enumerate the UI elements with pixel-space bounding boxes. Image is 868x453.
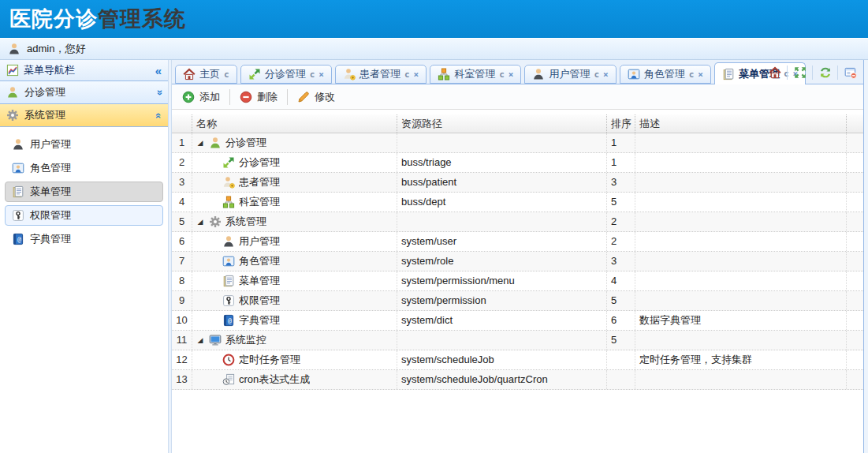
sidebar-item-menu-mgmt[interactable]: 菜单管理 — [5, 182, 163, 202]
sidebar-collapse-button[interactable]: « — [155, 65, 162, 77]
tab-label: 主页 — [199, 67, 220, 81]
row-order: 5 — [607, 331, 635, 350]
table-row[interactable]: 3 患者管理 buss/patient 3 — [172, 173, 863, 193]
tree-collapse-icon[interactable]: ◢ — [196, 219, 205, 226]
role-card-icon — [222, 255, 235, 268]
row-number: 1 — [172, 133, 192, 152]
accordion-header-system[interactable]: 系统管理 « — [0, 104, 168, 127]
sidebar-item-permission-mgmt[interactable]: 权限管理 — [5, 205, 163, 226]
tab-home[interactable]: 主页 c — [175, 65, 237, 84]
tab-patient[interactable]: 患者管理 c × — [335, 65, 427, 84]
table-row[interactable]: 7 角色管理 system/role 3 — [172, 252, 863, 271]
edit-button[interactable]: 修改 — [292, 88, 340, 107]
tab-role[interactable]: 角色管理 c × — [620, 65, 711, 84]
user-greeting: admin，您好 — [27, 42, 85, 56]
tab-refresh-icon[interactable]: c — [310, 69, 315, 80]
tab-close-icon[interactable]: × — [414, 69, 419, 80]
row-order: 2 — [607, 212, 635, 231]
tab-refresh-icon[interactable]: c — [404, 69, 410, 80]
table-row[interactable]: 2 分诊管理 buss/triage 1 — [172, 153, 863, 173]
document-icon — [12, 185, 24, 198]
tree-collapse-icon[interactable]: ◢ — [196, 140, 205, 147]
table-row[interactable]: 4 科室管理 buss/dept 5 — [172, 193, 863, 212]
table-row[interactable]: 9 权限管理 system/permission 5 — [172, 291, 863, 311]
sidebar-title: 菜单导航栏 — [24, 63, 75, 77]
tab-refresh-icon[interactable]: c — [499, 69, 505, 80]
table-row[interactable]: 5 ◢ 系统管理 2 — [172, 212, 863, 232]
row-path: system/scheduleJob/quartzCron — [397, 370, 607, 389]
tab-close-icon[interactable]: × — [509, 69, 514, 80]
row-name: 角色管理 — [239, 252, 280, 271]
column-header-desc[interactable]: 描述 — [635, 114, 847, 133]
tab-refresh-icon[interactable]: c — [689, 69, 695, 80]
delete-button-label: 删除 — [257, 90, 278, 104]
dictionary-book-icon — [222, 314, 235, 327]
sidebar-item-dict-mgmt[interactable]: 字典管理 — [5, 229, 163, 249]
tab-close-icon[interactable]: × — [698, 69, 703, 80]
row-filler — [847, 331, 863, 350]
row-desc — [635, 331, 847, 350]
cron-script-icon — [222, 373, 235, 386]
grid-toolbar: 添加 删除 修改 — [172, 84, 863, 110]
tab-user[interactable]: 用户管理 c × — [524, 65, 616, 84]
add-button[interactable]: 添加 — [177, 88, 225, 107]
refresh-tab-button[interactable] — [814, 62, 836, 82]
sidebar-item-user-mgmt[interactable]: 用户管理 — [5, 134, 163, 155]
row-order: 1 — [607, 153, 635, 172]
accordion-header-triage[interactable]: 分诊管理 « — [0, 81, 168, 104]
tab-close-icon[interactable]: × — [319, 69, 324, 80]
triage-arrows-icon — [222, 156, 235, 169]
table-row[interactable]: 11 ◢ 系统监控 5 — [172, 331, 863, 350]
home-icon — [769, 66, 781, 79]
fullscreen-button[interactable] — [789, 62, 810, 82]
sidebar-item-label: 字典管理 — [30, 232, 71, 246]
table-row[interactable]: 13 cron表达式生成 system/scheduleJob/quartzCr… — [172, 370, 863, 390]
column-header-path[interactable]: 资源路径 — [397, 114, 607, 133]
close-all-tabs-button[interactable] — [840, 62, 861, 82]
table-row[interactable]: 1 ◢ 分诊管理 1 — [172, 133, 863, 153]
role-card-icon — [628, 68, 640, 80]
table-row[interactable]: 6 用户管理 system/user 2 — [172, 232, 863, 252]
row-filler — [847, 350, 863, 369]
row-path — [397, 133, 607, 152]
row-number: 10 — [172, 311, 192, 330]
tab-label: 患者管理 — [359, 67, 400, 81]
sidebar-item-label: 用户管理 — [30, 137, 71, 152]
add-icon — [182, 91, 195, 103]
sidebar-item-role-mgmt[interactable]: 角色管理 — [5, 158, 163, 178]
table-row[interactable]: 10 字典管理 system/dict 6 数据字典管理 — [172, 311, 863, 331]
row-name: 权限管理 — [239, 291, 280, 310]
toolbar-separator — [287, 89, 288, 105]
tab-toolbar — [764, 62, 861, 82]
sidebar-header: 菜单导航栏 « — [0, 60, 168, 81]
column-header-name[interactable]: 名称 — [192, 114, 397, 133]
monitor-icon — [209, 334, 222, 346]
tree-collapse-icon[interactable]: ◢ — [196, 337, 205, 344]
home-icon — [183, 68, 196, 80]
accordion-body-system: 用户管理 角色管理 菜单管理 权限管理 字典管理 — [0, 127, 168, 256]
row-name: 分诊管理 — [239, 153, 280, 172]
tab-refresh-icon[interactable]: c — [224, 69, 229, 80]
row-path: system/permission/menu — [397, 271, 607, 290]
row-order: 6 — [607, 311, 635, 330]
row-name: 定时任务管理 — [239, 350, 300, 369]
dictionary-book-icon — [12, 233, 24, 245]
delete-button[interactable]: 删除 — [235, 88, 282, 107]
tab-triage[interactable]: 分诊管理 c × — [240, 65, 332, 84]
patient-icon — [222, 176, 235, 189]
row-order: 5 — [607, 291, 635, 310]
row-desc — [635, 173, 847, 192]
tab-refresh-icon[interactable]: c — [594, 69, 599, 80]
row-order: 3 — [607, 252, 635, 271]
row-path: system/user — [397, 232, 607, 251]
column-header-order[interactable]: 排序 — [607, 114, 635, 133]
tab-dept[interactable]: 科室管理 c × — [430, 65, 521, 84]
tab-list: 主页 c 分诊管理 c × 患者管理 c × 科室管理 — [172, 60, 863, 84]
row-name: cron表达式生成 — [239, 370, 310, 389]
row-order: 2 — [607, 232, 635, 251]
go-home-button[interactable] — [764, 62, 785, 82]
table-row[interactable]: 12 定时任务管理 system/scheduleJob 定时任务管理，支持集群 — [172, 350, 863, 370]
tab-close-icon[interactable]: × — [603, 69, 609, 80]
table-row[interactable]: 8 菜单管理 system/permission/menu 4 — [172, 271, 863, 291]
row-path: buss/dept — [397, 193, 607, 212]
